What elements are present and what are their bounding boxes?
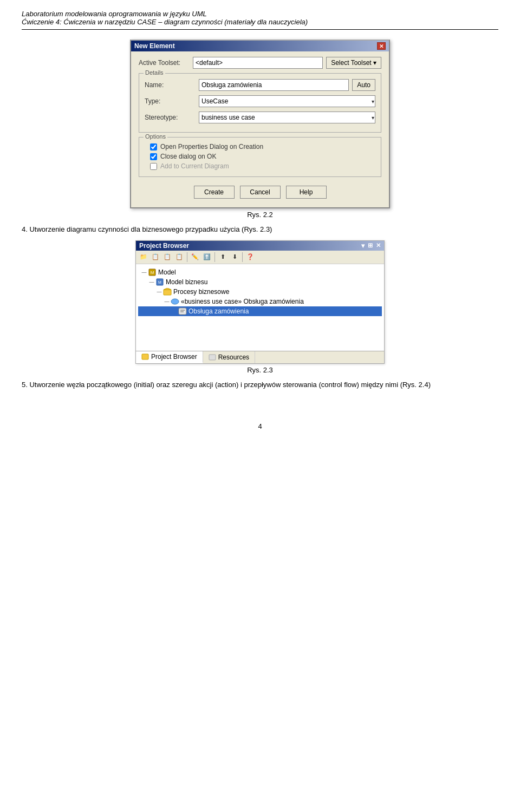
pb-tab-resources-label: Resources [218,353,249,361]
options-legend: Options [144,133,167,140]
stereotype-label: Stereotype: [145,114,199,121]
figure1-caption: Rys. 2.2 [247,211,273,219]
tree-item-model-biznesu[interactable]: — M Model biznesu [138,277,382,287]
procesy-label: Procesy biznesowe [173,288,229,296]
svg-rect-4 [164,290,171,295]
stereotype-select-wrapper: business use case ▾ [199,112,375,123]
pb-toolbar-sep1 [187,252,187,262]
pb-toolbar-icon-3[interactable]: 📋 [162,252,173,263]
dialog-title: New Element [134,42,175,50]
pb-tab-browser-label: Project Browser [151,353,197,361]
name-row: Name: Auto [145,79,375,91]
header-line2: Ćwiczenie 4: Ćwiczenia w narzędziu CASE … [22,18,498,26]
checkbox1-label: Open Properties Dialog on Creation [160,143,263,150]
pb-toolbar-icon-1[interactable]: 📁 [138,252,149,263]
tree-item-model[interactable]: — M Model [138,267,382,277]
details-legend: Details [144,69,165,76]
expand-model-biznesu[interactable]: — [148,278,155,286]
new-element-dialog: New Element ✕ Active Toolset: <default> … [130,40,390,208]
pb-tab-browser[interactable]: Project Browser [136,351,203,363]
cancel-button[interactable]: Cancel [240,186,281,199]
buc-label: «business use case» Obsługa zamówienia [181,298,304,305]
pb-close-icon[interactable]: ✕ [376,242,381,249]
tree-item-activity[interactable]: Obsługa zamówienia [138,306,382,316]
pb-tab-resources[interactable]: Resources [203,351,255,363]
svg-text:M: M [158,280,161,284]
active-toolset-label: Active Toolset: [139,59,193,67]
model-biznesu-label: Model biznesu [166,278,207,286]
svg-text:M: M [151,270,154,275]
model-icon: M [148,268,157,277]
svg-rect-10 [142,354,148,359]
dialog-close-button[interactable]: ✕ [377,42,386,50]
tree-item-procesy[interactable]: — Procesy biznesowe [138,287,382,297]
checkbox-add-to-diagram[interactable] [150,163,157,170]
body-text-4: 4. Utworzenie diagramu czynności dla biz… [22,224,498,235]
expand-activity [171,307,178,315]
figure1-container: New Element ✕ Active Toolset: <default> … [22,40,498,219]
expand-buc[interactable]: — [163,298,171,305]
active-toolset-select[interactable]: <default> [193,57,323,69]
pb-toolbar-icon-5[interactable]: ✏️ [190,252,200,263]
procesy-icon [163,287,172,296]
dialog-titlebar: New Element ✕ [131,41,389,51]
checkbox2-row: Close dialog on OK [145,153,375,160]
checkbox2-label: Close dialog on OK [160,153,216,160]
dialog-body: Active Toolset: <default> Select Toolset… [131,51,389,207]
activity-icon [178,307,187,316]
type-select[interactable]: UseCase [199,95,375,107]
pb-toolbar-icon-2[interactable]: 📋 [150,252,161,263]
pb-toolbar-icon-8[interactable]: ⬇ [229,252,240,263]
options-content: Open Properties Dialog on Creation Close… [145,143,375,170]
active-toolset-row: Active Toolset: <default> Select Toolset… [139,57,381,69]
header-line1: Laboratorium modelowania oprogramowania … [22,10,498,18]
checkbox3-label: Add to Current Diagram [160,162,229,170]
pb-toolbar-sep3 [242,252,243,262]
checkbox1-row: Open Properties Dialog on Creation [145,143,375,150]
expand-procesy[interactable]: — [155,288,163,296]
stereotype-row: Stereotype: business use case ▾ [145,112,375,123]
type-select-wrapper: UseCase ▾ [199,95,375,107]
model-label: Model [158,269,176,276]
name-label: Name: [145,81,199,89]
select-toolset-button[interactable]: Select Toolset ▾ [326,57,381,69]
page-header: Laboratorium modelowania oprogramowania … [22,10,498,30]
pb-toolbar-icon-6[interactable]: ⬆️ [202,252,212,263]
project-browser: Project Browser ▾ ⊞ ✕ 📁 📋 📋 📋 ✏️ ⬆️ ⬆ ⬇ … [135,240,385,364]
expand-model[interactable]: — [140,269,148,276]
figure2-caption: Rys. 2.3 [247,366,273,374]
pb-title: Project Browser [139,242,189,250]
type-label: Type: [145,97,199,105]
details-content: Name: Auto Type: UseCase ▾ [145,79,375,123]
checkbox-open-properties[interactable] [150,143,157,150]
pb-dock-icon[interactable]: ⊞ [368,242,373,249]
activity-label: Obsługa zamówienia [188,307,249,315]
page-number: 4 [22,422,498,430]
body-text-5: 5. Utworzenie węzła początkowego (initia… [22,379,498,390]
pb-toolbar-sep2 [214,252,215,262]
pb-toolbar-icon-7[interactable]: ⬆ [217,252,228,263]
pb-toolbar: 📁 📋 📋 📋 ✏️ ⬆️ ⬆ ⬇ ❓ [136,251,384,264]
pb-titlebar-right: ▾ ⊞ ✕ [361,242,381,250]
buc-icon [171,297,179,306]
pb-toolbar-icon-9[interactable]: ❓ [245,252,256,263]
create-button[interactable]: Create [194,186,235,199]
tree-item-buc[interactable]: — «business use case» Obsługa zamówienia [138,297,382,306]
svg-marker-5 [164,288,171,290]
svg-rect-7 [179,308,186,315]
checkbox-close-dialog[interactable] [150,153,157,160]
help-button[interactable]: Help [286,186,327,199]
auto-button[interactable]: Auto [352,79,375,91]
svg-point-6 [171,299,179,304]
pb-toolbar-icon-4[interactable]: 📋 [174,252,185,263]
stereotype-select[interactable]: business use case [199,112,375,123]
pb-pin-icon[interactable]: ▾ [361,242,365,250]
model-biznesu-icon: M [155,278,164,286]
svg-rect-11 [209,355,216,360]
details-fieldset: Details Name: Auto Type: UseCase [139,73,381,133]
checkbox3-row: Add to Current Diagram [145,162,375,170]
dialog-footer: Create Cancel Help [139,181,381,201]
active-toolset-select-wrapper: <default> [193,57,323,69]
figure2-container: Project Browser ▾ ⊞ ✕ 📁 📋 📋 📋 ✏️ ⬆️ ⬆ ⬇ … [22,240,498,374]
name-input[interactable] [199,79,349,91]
